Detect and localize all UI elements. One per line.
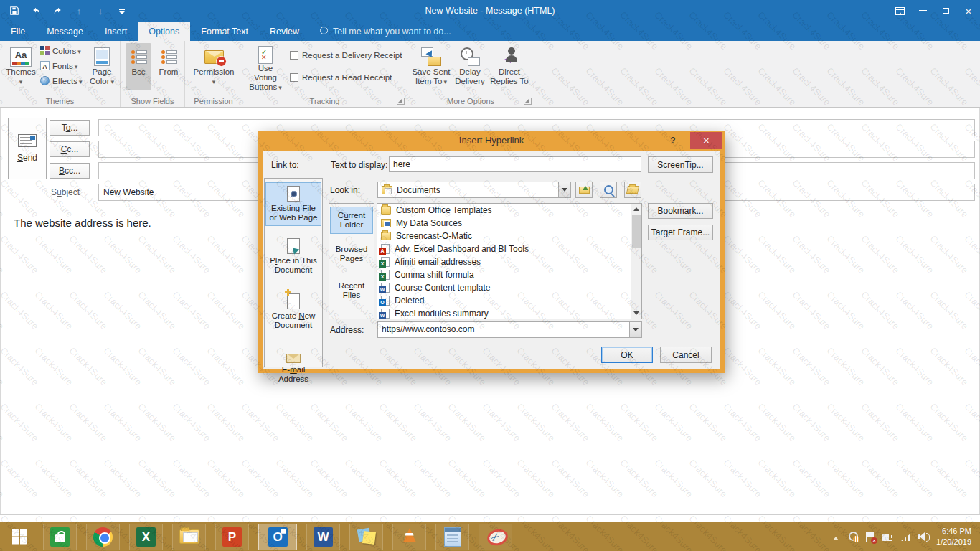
windows-update-icon[interactable]: [848, 531, 859, 542]
file-explorer-icon: [179, 529, 199, 544]
file-list-item[interactable]: Course Content template: [377, 281, 641, 294]
clock-date: 1/20/2019: [936, 537, 971, 547]
browse-file-icon: [626, 186, 639, 194]
use-voting-buttons-button[interactable]: Use Voting Buttons: [246, 43, 285, 90]
taskbar-outlook-button[interactable]: [258, 524, 297, 550]
save-sent-item-to-button[interactable]: Save Sent Item To: [412, 43, 451, 90]
restore-icon[interactable]: [934, 0, 957, 22]
address-combobox[interactable]: https//www.contoso.com: [377, 321, 642, 338]
undo-icon[interactable]: [29, 4, 43, 18]
request-read-receipt-checkbox[interactable]: Request a Read Receipt: [290, 73, 392, 82]
taskbar-clock[interactable]: 6:46 PM 1/20/2019: [936, 526, 974, 547]
address-dropdown-icon[interactable]: [629, 322, 641, 337]
group-label-themes: Themes: [0, 97, 120, 105]
taskbar-snipping-tool-button[interactable]: [479, 524, 512, 550]
taskbar-notepad-button[interactable]: [435, 524, 469, 550]
look-in-dropdown-icon[interactable]: [558, 182, 570, 197]
taskbar-word-button[interactable]: [306, 524, 340, 550]
bookmark-button[interactable]: Bookmark...: [648, 203, 713, 219]
file-list-item[interactable]: Custom Office Templates: [377, 204, 641, 217]
volume-icon[interactable]: [918, 531, 930, 542]
scope-item[interactable]: Browsed Pages: [330, 240, 373, 268]
file-list-item[interactable]: Deleted: [377, 294, 641, 307]
direct-replies-to-button[interactable]: Direct Replies To: [489, 43, 529, 90]
file-list-item[interactable]: Adv. Excel Dashboard and BI Tools: [377, 242, 641, 255]
page-color-button[interactable]: Page Color: [86, 43, 118, 90]
scroll-up-icon[interactable]: [631, 204, 641, 215]
up-one-folder-button[interactable]: [575, 182, 593, 198]
look-in-combobox[interactable]: Documents: [377, 182, 571, 198]
redo-icon[interactable]: [50, 4, 65, 18]
scroll-down-icon[interactable]: [631, 308, 641, 319]
taskbar-powerpoint-button[interactable]: [215, 524, 249, 550]
action-center-flag-icon[interactable]: [866, 532, 876, 542]
tab-review[interactable]: Review: [259, 22, 310, 41]
link-to-email-address[interactable]: E-mail Address: [265, 347, 321, 387]
link-to-create-new-document[interactable]: Create New Document: [265, 290, 321, 334]
permission-button[interactable]: Permission: [190, 43, 237, 90]
target-frame-button[interactable]: Target Frame...: [648, 225, 713, 240]
screentip-button[interactable]: ScreenTip...: [648, 156, 713, 173]
text-to-display-input[interactable]: here: [389, 156, 641, 172]
tell-me-box[interactable]: Tell me what you want to do...: [310, 22, 460, 41]
file-list-item[interactable]: My Data Sources: [377, 217, 641, 230]
more-options-dialog-launcher-icon[interactable]: [524, 98, 532, 105]
ok-button[interactable]: OK: [601, 347, 653, 363]
next-item-icon[interactable]: ↓: [93, 4, 108, 18]
bcc-button[interactable]: Bcc...: [50, 163, 90, 179]
taskbar-windows-store-button[interactable]: [43, 524, 77, 550]
taskbar-vlc-button[interactable]: [392, 524, 426, 550]
themes-button[interactable]: Themes: [4, 43, 37, 90]
tab-message[interactable]: Message: [36, 22, 94, 41]
bcc-button[interactable]: Bcc: [126, 43, 151, 90]
file-list-item[interactable]: Comma shift formula: [377, 268, 641, 281]
taskbar-excel-button[interactable]: [129, 524, 163, 550]
link-to-place-in-document[interactable]: Place in This Document: [265, 235, 321, 278]
taskbar-chrome-button[interactable]: [86, 524, 120, 550]
permission-icon: [204, 50, 224, 64]
browse-file-button[interactable]: [624, 182, 641, 198]
delay-delivery-button[interactable]: Delay Delivery: [452, 43, 488, 90]
effects-button[interactable]: Effects: [40, 73, 82, 88]
request-delivery-receipt-checkbox[interactable]: Request a Delivery Receipt: [290, 51, 402, 60]
tab-file[interactable]: File: [0, 22, 36, 41]
taskbar-file-explorer-button[interactable]: [172, 524, 206, 550]
vlc-icon: [400, 527, 419, 546]
send-button[interactable]: Send: [8, 118, 47, 179]
taskbar-sticky-notes-button[interactable]: [349, 524, 383, 550]
from-button[interactable]: From: [155, 43, 182, 90]
previous-item-icon[interactable]: ↑: [72, 4, 86, 18]
file-list-item[interactable]: Excel modules summary: [377, 307, 641, 319]
file-list-item[interactable]: Afiniti email addresses: [377, 255, 641, 268]
network-signal-icon[interactable]: [900, 531, 912, 542]
browse-web-button[interactable]: [600, 182, 617, 198]
cc-button[interactable]: Cc...: [50, 141, 90, 157]
link-to-existing-file[interactable]: Existing File or Web Page: [265, 182, 321, 226]
start-button[interactable]: [0, 522, 39, 551]
tracking-dialog-launcher-icon[interactable]: [397, 98, 405, 105]
hidden-icons-chevron-icon[interactable]: [830, 531, 842, 542]
save-icon[interactable]: [7, 4, 22, 18]
ribbon-display-options-icon[interactable]: [888, 0, 911, 22]
scrollbar-thumb[interactable]: [632, 215, 641, 248]
scope-item[interactable]: Current Folder: [330, 207, 373, 234]
tab-insert[interactable]: Insert: [94, 22, 138, 41]
colors-button[interactable]: Colors: [40, 43, 82, 58]
message-body-text[interactable]: The website address is here.: [14, 217, 151, 229]
dialog-help-icon[interactable]: ?: [666, 131, 680, 151]
fonts-button[interactable]: Fonts: [40, 58, 82, 73]
close-icon[interactable]: ×: [957, 0, 980, 22]
customize-quick-access-icon[interactable]: [115, 4, 129, 18]
look-in-label: Look in:: [330, 185, 360, 195]
tab-options[interactable]: Options: [138, 22, 190, 41]
to-button[interactable]: To...: [50, 120, 90, 136]
file-list-scrollbar[interactable]: [631, 204, 641, 319]
minimize-icon[interactable]: [911, 0, 934, 22]
dialog-close-icon[interactable]: ×: [690, 132, 722, 149]
file-list-item[interactable]: Screencast-O-Matic: [377, 230, 641, 242]
scope-item[interactable]: Recent Files: [330, 277, 373, 304]
battery-icon[interactable]: [882, 531, 894, 542]
tab-format-text[interactable]: Format Text: [190, 22, 259, 41]
window-bottom-edge: [0, 514, 980, 522]
cancel-button[interactable]: Cancel: [660, 347, 712, 363]
